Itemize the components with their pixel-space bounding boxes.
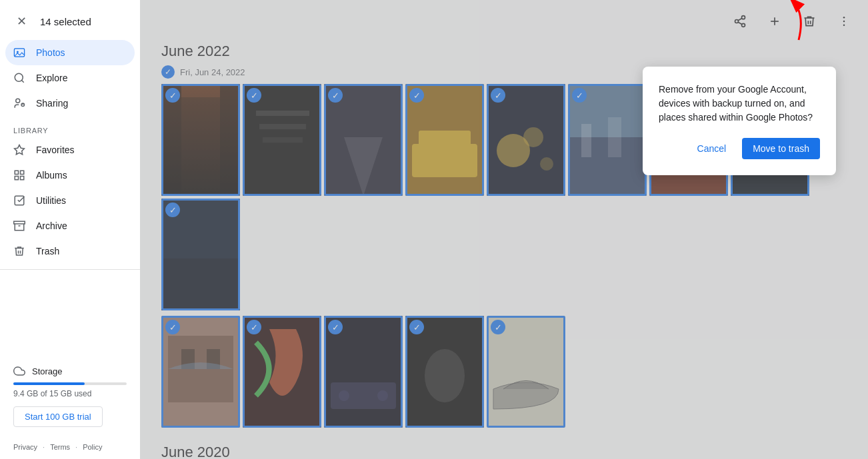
close-button[interactable]: ✕ <box>11 11 32 32</box>
svg-rect-8 <box>15 171 18 174</box>
storage-section: Storage 9.4 GB of 15 GB used Start 100 G… <box>0 354 140 438</box>
sidebar-item-explore-label: Explore <box>36 73 67 83</box>
dialog-message: Remove from your Google Account, devices… <box>659 83 820 125</box>
storage-label: Storage <box>13 365 127 377</box>
privacy-link[interactable]: Privacy <box>13 443 37 451</box>
svg-rect-13 <box>14 221 25 224</box>
sidebar-item-sharing[interactable]: Sharing <box>5 91 135 116</box>
divider <box>0 269 140 270</box>
cloud-icon <box>13 365 25 377</box>
storage-bar-background <box>13 382 127 385</box>
svg-point-2 <box>17 51 19 53</box>
start-trial-button[interactable]: Start 100 GB trial <box>13 406 103 427</box>
policy-link[interactable]: Policy <box>83 443 102 451</box>
favorites-icon <box>13 144 25 156</box>
svg-marker-7 <box>15 145 25 155</box>
svg-rect-10 <box>15 177 18 180</box>
sidebar-header: ✕ 14 selected <box>0 5 140 40</box>
sidebar-item-explore[interactable]: Explore <box>5 65 135 91</box>
svg-point-3 <box>15 73 23 81</box>
svg-rect-9 <box>21 171 24 174</box>
move-to-trash-button[interactable]: Move to trash <box>742 138 820 159</box>
albums-icon <box>13 169 25 181</box>
svg-rect-12 <box>15 196 24 205</box>
sidebar-item-trash-label: Trash <box>36 246 59 256</box>
dialog-actions: Cancel Move to trash <box>659 138 820 159</box>
sidebar-item-photos-label: Photos <box>36 47 65 58</box>
utilities-icon <box>13 195 25 207</box>
sidebar-item-albums-label: Albums <box>36 170 67 181</box>
sharing-icon <box>13 97 25 109</box>
sidebar: ✕ 14 selected Photos Explore Sharing LIB… <box>0 0 140 459</box>
library-section-label: LIBRARY <box>0 116 140 137</box>
delete-confirmation-dialog: Remove from your Google Account, devices… <box>643 67 836 175</box>
sidebar-nav: Photos Explore Sharing <box>0 40 140 116</box>
svg-line-4 <box>21 80 23 82</box>
sidebar-item-favorites[interactable]: Favorites <box>5 137 135 163</box>
arrow-pointer <box>759 0 812 47</box>
selected-count-label: 14 selected <box>40 16 91 27</box>
explore-icon <box>13 72 25 84</box>
footer-links: Privacy · Terms · Policy <box>0 438 140 459</box>
storage-bar-fill <box>13 382 85 385</box>
terms-link[interactable]: Terms <box>50 443 70 451</box>
sidebar-item-archive-label: Archive <box>36 221 67 231</box>
sidebar-item-albums[interactable]: Albums <box>5 163 135 188</box>
trash-icon <box>13 245 25 257</box>
sidebar-item-photos[interactable]: Photos <box>5 40 135 65</box>
library-nav: Favorites Albums Utilities Archive Trash <box>0 137 140 264</box>
sidebar-item-archive[interactable]: Archive <box>5 213 135 238</box>
archive-icon <box>13 220 25 232</box>
sidebar-item-sharing-label: Sharing <box>36 98 68 109</box>
svg-rect-11 <box>21 177 24 180</box>
sidebar-item-trash[interactable]: Trash <box>5 238 135 264</box>
photos-icon <box>13 47 25 59</box>
dialog-backdrop: Remove from your Google Account, devices… <box>140 0 868 459</box>
storage-used-text: 9.4 GB of 15 GB used <box>13 389 127 398</box>
sidebar-item-favorites-label: Favorites <box>36 145 75 155</box>
svg-point-5 <box>16 99 20 103</box>
sidebar-item-utilities-label: Utilities <box>36 195 66 206</box>
sidebar-item-utilities[interactable]: Utilities <box>5 188 135 213</box>
cancel-button[interactable]: Cancel <box>687 138 737 159</box>
